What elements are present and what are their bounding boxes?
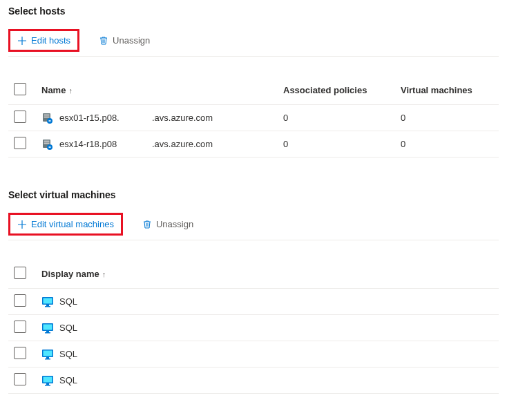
select-all-vms-checkbox[interactable] <box>14 267 26 279</box>
divider <box>8 56 499 57</box>
svg-rect-21 <box>45 359 50 360</box>
host-icon <box>41 112 54 124</box>
plus-icon <box>17 220 27 229</box>
vm-icon <box>41 374 54 387</box>
vms-toolbar: Edit virtual machines Unassign <box>8 213 499 236</box>
svg-rect-23 <box>44 376 52 382</box>
hosts-col-policies[interactable]: Associated policies <box>278 76 395 105</box>
sort-up-icon: ↑ <box>68 86 73 95</box>
unassign-vms-label: Unassign <box>156 219 193 229</box>
edit-hosts-label: Edit hosts <box>31 35 70 46</box>
host-name: esx01-r15.p08. <box>59 113 119 123</box>
host-icon <box>41 138 54 151</box>
table-row: SQL <box>8 368 499 394</box>
vm-name: SQL <box>59 375 77 385</box>
svg-rect-25 <box>45 385 50 386</box>
section-title-hosts: Select hosts <box>8 6 499 17</box>
host-name: esx14-r18.p08 <box>59 139 117 149</box>
vm-icon <box>41 322 54 334</box>
edit-vms-button[interactable]: Edit virtual machines <box>10 215 121 233</box>
vms-table: Display name↑ SQLSQLSQLSQL <box>8 260 499 394</box>
svg-rect-1 <box>44 114 50 115</box>
row-checkbox[interactable] <box>14 111 26 123</box>
vm-icon <box>41 348 54 361</box>
section-select-vms: Select virtual machines Edit virtual mac… <box>8 189 499 394</box>
row-checkbox[interactable] <box>14 373 26 385</box>
svg-rect-7 <box>44 142 50 144</box>
hosts-col-name[interactable]: Name↑ <box>36 76 146 105</box>
host-vms: 0 <box>395 105 499 131</box>
unassign-hosts-button[interactable]: Unassign <box>93 31 155 50</box>
host-policies: 0 <box>278 105 395 131</box>
edit-hosts-button[interactable]: Edit hosts <box>10 31 77 50</box>
vm-name: SQL <box>59 349 77 359</box>
host-vms: 0 <box>395 131 499 158</box>
trash-icon <box>99 36 108 46</box>
section-select-hosts: Select hosts Edit hosts Unassign Name↑ <box>8 6 499 158</box>
svg-rect-4 <box>49 120 51 122</box>
unassign-vms-button[interactable]: Unassign <box>137 215 199 233</box>
highlight-edit-vms: Edit virtual machines <box>8 213 123 236</box>
sort-up-icon: ↑ <box>102 270 106 278</box>
vms-col-name[interactable]: Display name↑ <box>36 260 499 289</box>
table-row: SQL <box>8 315 499 341</box>
host-domain: .avs.azure.com <box>146 105 278 131</box>
row-checkbox[interactable] <box>14 137 26 149</box>
svg-rect-9 <box>49 146 51 148</box>
edit-vms-label: Edit virtual machines <box>31 219 114 229</box>
hosts-col-vms[interactable]: Virtual machines <box>395 76 499 105</box>
row-checkbox[interactable] <box>14 294 26 307</box>
row-checkbox[interactable] <box>14 347 26 359</box>
trash-icon <box>142 220 152 229</box>
svg-rect-19 <box>44 350 52 356</box>
table-row: SQL <box>8 289 499 315</box>
table-row: esx01-r15.p08..avs.azure.com00 <box>8 105 499 131</box>
svg-rect-11 <box>44 298 52 303</box>
svg-rect-15 <box>44 324 52 330</box>
table-row: SQL <box>8 341 499 368</box>
table-row: esx14-r18.p08.avs.azure.com00 <box>8 131 499 158</box>
svg-rect-13 <box>45 306 50 307</box>
divider <box>8 240 499 240</box>
vm-name: SQL <box>59 296 77 307</box>
highlight-edit-hosts: Edit hosts <box>8 29 79 52</box>
svg-rect-16 <box>46 331 49 332</box>
host-policies: 0 <box>278 131 395 158</box>
plus-icon <box>17 36 27 46</box>
host-domain: .avs.azure.com <box>146 131 278 158</box>
svg-rect-2 <box>44 116 50 117</box>
hosts-toolbar: Edit hosts Unassign <box>8 29 499 52</box>
svg-rect-12 <box>46 305 49 306</box>
svg-rect-17 <box>45 332 50 334</box>
unassign-hosts-label: Unassign <box>113 35 150 46</box>
vm-name: SQL <box>59 323 77 333</box>
hosts-table: Name↑ Associated policies Virtual machin… <box>8 76 499 158</box>
svg-rect-20 <box>46 357 49 359</box>
svg-rect-6 <box>44 140 50 142</box>
vm-icon <box>41 296 54 308</box>
row-checkbox[interactable] <box>14 321 26 333</box>
svg-rect-24 <box>46 383 49 385</box>
select-all-hosts-checkbox[interactable] <box>14 83 26 95</box>
section-title-vms: Select virtual machines <box>8 189 499 200</box>
